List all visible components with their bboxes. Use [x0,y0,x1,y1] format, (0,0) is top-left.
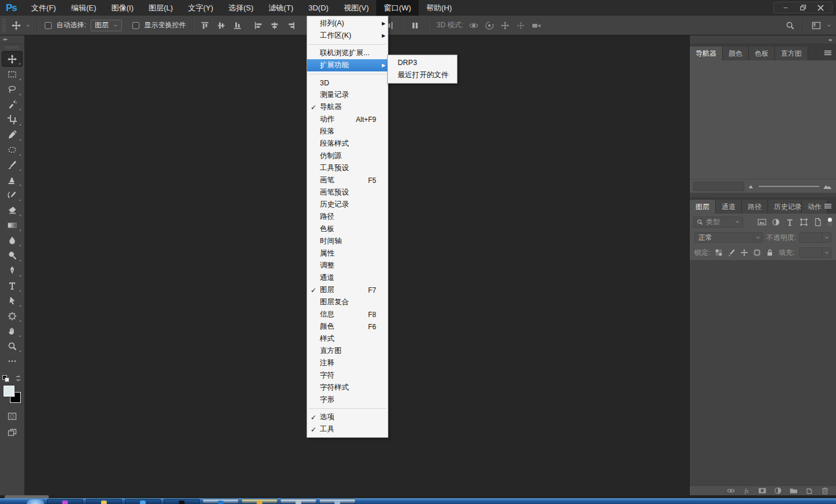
dodge-tool[interactable] [2,248,23,263]
submenu-item[interactable]: 最近打开的文件 [388,69,457,81]
layer-mask-icon[interactable] [758,487,766,495]
zoom-out-icon[interactable] [748,182,755,190]
minimize-button[interactable]: – [781,3,790,12]
layer-style-fx-icon[interactable]: fx [743,487,751,495]
window-menu-item[interactable]: 信息F8 [307,308,388,321]
window-menu-item[interactable]: ✓工具 [307,423,388,435]
window-menu-item[interactable]: 扩展功能▶ [307,59,388,71]
swap-colors-icon[interactable] [15,375,22,382]
opacity-dropdown[interactable] [799,232,831,243]
align-left-icon[interactable] [254,21,263,30]
rectangular-marquee-tool[interactable] [2,67,23,82]
quick-mask-button[interactable] [3,410,21,423]
window-menu-item[interactable]: 通道 [307,272,388,284]
window-menu-item[interactable]: 字符样式 [307,381,388,394]
align-vcenter-icon[interactable] [217,21,226,30]
path-selection-tool[interactable] [2,293,23,308]
clone-stamp-tool[interactable] [2,172,23,188]
pan-3d-icon[interactable] [500,21,510,30]
distribute-icon[interactable] [410,21,420,30]
align-right-icon[interactable] [286,21,296,30]
taskbar-button[interactable] [203,499,239,504]
eyedropper-tool[interactable] [2,127,23,142]
layers-tab[interactable]: 图层 [690,200,716,214]
orbit-3d-icon[interactable] [469,21,478,30]
workspace-icon[interactable] [812,21,821,30]
zoom-slider[interactable] [759,186,819,187]
search-icon[interactable] [785,21,795,30]
window-menu-item[interactable]: 动作Alt+F9 [307,113,388,125]
window-menu-item[interactable]: 画笔F5 [307,174,388,186]
zoom-percent-field[interactable] [693,182,744,191]
menubar-item[interactable]: 图层(L) [141,0,181,16]
layers-tab[interactable]: 通道 [716,200,742,214]
gradient-tool[interactable] [2,218,23,233]
window-menu-item[interactable]: 路径 [307,211,388,223]
lock-all-icon[interactable] [766,249,774,257]
link-layers-icon[interactable] [727,487,735,495]
taskbar-button[interactable] [86,499,122,504]
start-button[interactable] [27,499,44,504]
brush-tool[interactable] [2,157,23,172]
align-hcenter-icon[interactable] [270,21,279,30]
window-menu-item[interactable]: 测量记录 [307,89,388,101]
menubar-item[interactable]: 3D(D) [301,0,336,16]
auto-select-checkbox[interactable] [45,22,52,29]
window-menu-item[interactable]: ✓图层F7 [307,284,388,296]
fill-dropdown[interactable] [799,247,831,258]
type-tool[interactable] [2,278,23,293]
menubar-item[interactable]: 文件(F) [24,0,64,16]
type-filter-icon[interactable] [785,218,794,226]
menubar-item[interactable]: 窗口(W) [376,0,419,16]
window-menu-item[interactable]: 工具预设 [307,162,388,174]
foreground-color-swatch[interactable] [3,386,15,397]
restore-button[interactable] [798,3,808,12]
spot-healing-brush-tool[interactable] [2,142,23,157]
menubar-item[interactable]: 图像(I) [104,0,141,16]
taskbar-button[interactable] [319,499,355,504]
filter-toggle[interactable] [827,217,833,226]
window-menu-item[interactable]: 样式 [307,333,388,345]
menubar-item[interactable]: 编辑(E) [63,0,103,16]
layers-tab[interactable]: 历史记录 [768,200,802,214]
edit-toolbar-button[interactable] [2,354,23,369]
eraser-tool[interactable] [2,203,23,218]
window-menu-item[interactable]: 段落 [307,125,388,138]
slide-3d-icon[interactable] [516,21,525,30]
window-menu-item[interactable]: 属性 [307,247,388,260]
chevron-down-icon[interactable] [26,23,30,28]
toolbar-grip[interactable] [5,46,19,49]
window-menu-item[interactable]: 段落样式 [307,138,388,150]
layers-tab[interactable]: 路径 [742,200,768,214]
new-layer-icon[interactable] [805,487,813,495]
smartobj-filter-icon[interactable] [813,218,822,226]
camera-3d-icon[interactable] [532,21,541,30]
window-menu-item[interactable]: 图层复合 [307,296,388,308]
shape-filter-icon[interactable] [799,218,808,226]
submenu-item[interactable]: DRP3 [388,57,457,69]
menubar-item[interactable]: 滤镜(T) [261,0,301,16]
taskbar-button[interactable] [164,499,200,504]
lock-artboard-icon[interactable] [753,249,761,257]
navigator-tab[interactable]: 色板 [749,46,775,60]
window-menu-item[interactable]: 颜色F6 [307,321,388,333]
collapse-toolbar-button[interactable]: ▸▸ [0,35,24,44]
window-menu-item[interactable]: 色板 [307,223,388,235]
window-menu-item[interactable]: 注释 [307,357,388,369]
navigator-tab[interactable]: 直方图 [775,46,808,60]
quick-selection-tool[interactable] [2,97,23,112]
align-bottom-icon[interactable] [233,21,242,30]
window-menu-item[interactable]: 排列(A)▶ [307,17,388,30]
auto-select-target-dropdown[interactable]: 图层 [91,20,122,31]
new-group-icon[interactable] [790,487,798,495]
lasso-tool[interactable] [2,82,23,97]
window-menu-item[interactable]: 联机浏览扩展... [307,47,388,59]
menubar-item[interactable]: 文字(Y) [181,0,221,16]
window-menu-item[interactable]: 时间轴 [307,235,388,247]
menubar-item[interactable]: 视图(V) [336,0,376,16]
history-brush-tool[interactable] [2,188,23,203]
show-transform-checkbox[interactable] [132,22,139,29]
roll-3d-icon[interactable] [485,21,494,30]
crop-tool[interactable] [2,112,23,127]
blur-tool[interactable] [2,233,23,248]
